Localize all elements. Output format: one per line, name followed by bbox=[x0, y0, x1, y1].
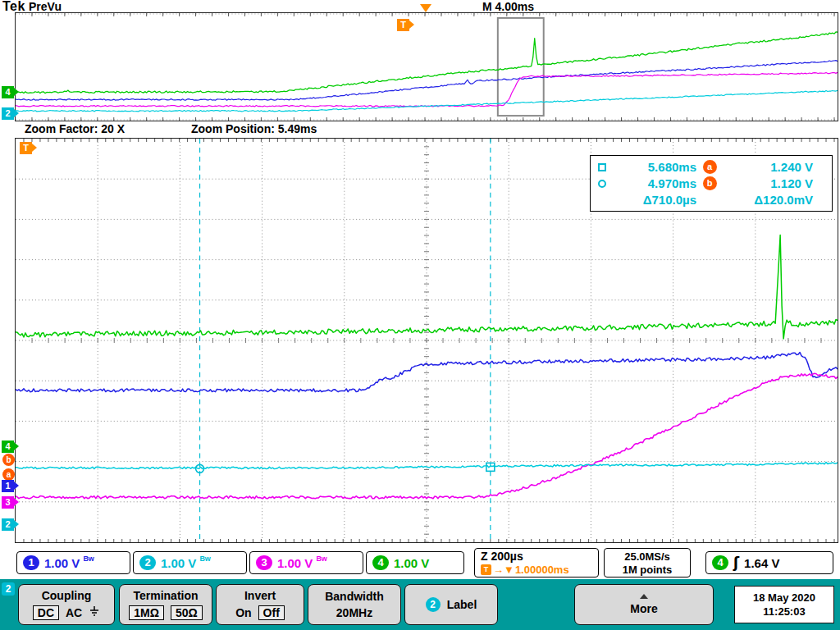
soft-menu-bar: Coupling DC AC Termination 1MΩ 50Ω Inver… bbox=[0, 579, 840, 630]
overview-waveform-window bbox=[15, 12, 838, 121]
label-ch2-badge: 2 bbox=[426, 597, 441, 612]
invert-off-option[interactable]: Off bbox=[258, 605, 285, 620]
ch2-badge: 2 bbox=[139, 555, 156, 570]
datetime-box: 18 May 2020 11:25:03 bbox=[734, 586, 834, 623]
ch4-scale: 1.00 V bbox=[394, 556, 429, 570]
invert-button[interactable]: Invert On Off bbox=[216, 584, 304, 625]
coupling-ground-icon[interactable] bbox=[89, 606, 100, 619]
termination-title: Termination bbox=[133, 589, 198, 602]
cursor-b-marker[interactable]: b bbox=[2, 454, 15, 466]
termination-1m-option[interactable]: 1MΩ bbox=[129, 605, 164, 620]
zoom-timebase-box: Z 200µs T →▼ 1.00000ms bbox=[474, 548, 599, 578]
zoomed-waveform-window: 5.680ms a 1.240 V 4.970ms b 1.120 V Δ710… bbox=[15, 138, 838, 543]
time-text: 11:25:03 bbox=[763, 605, 805, 618]
cursor-readout-panel: 5.680ms a 1.240 V 4.970ms b 1.120 V Δ710… bbox=[590, 155, 833, 212]
more-up-arrow-icon bbox=[640, 594, 648, 599]
record-length: 1M points bbox=[623, 564, 673, 576]
ch2-scale: 1.00 V bbox=[161, 556, 196, 570]
delta-voltage: Δ120.0mV bbox=[723, 193, 813, 207]
ch1-level-marker[interactable]: 1 bbox=[2, 480, 14, 492]
date-text: 18 May 2020 bbox=[753, 591, 815, 604]
scope-screen: Tek PreVu M 4.00ms T 4 2 Zoom Factor: 20… bbox=[0, 0, 840, 630]
coupling-ac-option[interactable]: AC bbox=[66, 606, 82, 619]
trigger-level: 1.64 V bbox=[744, 556, 779, 570]
cursor2-circle-icon bbox=[598, 180, 606, 188]
ch2-level-marker[interactable]: 2 bbox=[2, 518, 14, 531]
termination-50-option[interactable]: 50Ω bbox=[171, 605, 203, 620]
trigger-position-arrow-icon[interactable] bbox=[420, 4, 431, 12]
timebase-readout: M 4.00ms bbox=[482, 0, 534, 13]
trigger-delay-arrow-icon: →▼ bbox=[493, 564, 514, 576]
cursor1-time: 5.680ms bbox=[614, 160, 696, 174]
ch3-bandwidth-indicator: Bw bbox=[316, 555, 327, 563]
cursor-a-badge: a bbox=[703, 160, 717, 174]
ch4-level-marker[interactable]: 4 bbox=[2, 441, 14, 453]
zoom-scale-z-label: Z bbox=[481, 550, 488, 563]
ch3-level-marker[interactable]: 3 bbox=[2, 496, 14, 509]
coupling-button[interactable]: Coupling DC AC bbox=[18, 584, 115, 625]
trigger-delay-t-icon: T bbox=[481, 564, 491, 575]
more-text: More bbox=[630, 602, 657, 615]
trigger-slope-icon: ʃ bbox=[733, 555, 739, 571]
trigger-source-badge: 4 bbox=[712, 555, 728, 570]
trigger-flag-overview[interactable]: T bbox=[397, 19, 409, 31]
ch2-bandwidth-indicator: Bw bbox=[199, 555, 211, 563]
bandwidth-button[interactable]: Bandwidth 20MHz bbox=[308, 584, 401, 625]
ch4-overview-marker[interactable]: 4 bbox=[2, 86, 14, 98]
ch4-badge: 4 bbox=[372, 555, 389, 570]
zoom-position-label: Zoom Position: 5.49ms bbox=[191, 122, 317, 135]
ch4-scale-readout[interactable]: 4 1.00 V bbox=[366, 551, 464, 574]
acquisition-status: PreVu bbox=[29, 0, 62, 13]
ch1-badge: 1 bbox=[23, 555, 39, 570]
ch2-scale-readout[interactable]: 2 1.00 V Bw bbox=[133, 551, 247, 574]
termination-button[interactable]: Termination 1MΩ 50Ω bbox=[119, 584, 212, 625]
coupling-dc-option[interactable]: DC bbox=[33, 605, 59, 620]
trigger-delay-value: 1.00000ms bbox=[515, 564, 569, 576]
zoom-scale-value: 200µs bbox=[491, 550, 523, 563]
cursor-b-voltage: 1.120 V bbox=[723, 176, 813, 190]
coupling-title: Coupling bbox=[42, 589, 92, 602]
invert-title: Invert bbox=[244, 589, 276, 602]
cursor1-square-icon bbox=[598, 163, 606, 171]
bandwidth-title: Bandwidth bbox=[325, 590, 384, 603]
cursor-a-marker[interactable]: a bbox=[2, 468, 15, 481]
invert-on-option[interactable]: On bbox=[235, 606, 251, 619]
overview-waveforms bbox=[16, 13, 838, 121]
delta-row-spacer bbox=[598, 196, 606, 204]
more-button[interactable]: More bbox=[574, 584, 714, 625]
label-text: Label bbox=[447, 598, 477, 611]
cursor-b-badge: b bbox=[703, 176, 717, 190]
ch2-overview-marker[interactable]: 2 bbox=[2, 107, 14, 120]
trigger-flag-main[interactable]: T bbox=[20, 142, 32, 154]
ch3-scale: 1.00 V bbox=[277, 556, 313, 570]
trigger-info-box: 4 ʃ 1.64 V bbox=[705, 551, 833, 574]
cursor-a-voltage: 1.240 V bbox=[723, 160, 813, 174]
ch1-scale: 1.00 V bbox=[44, 556, 80, 570]
delta-time: Δ710.0µs bbox=[614, 193, 696, 207]
ch3-badge: 3 bbox=[256, 555, 272, 570]
ch1-bandwidth-indicator: Bw bbox=[83, 555, 94, 563]
ch3-scale-readout[interactable]: 3 1.00 V Bw bbox=[249, 551, 363, 574]
bandwidth-value: 20MHz bbox=[336, 606, 372, 619]
ch2-menu-corner-badge: 2 bbox=[2, 582, 15, 596]
zoom-factor-label: Zoom Factor: 20 X bbox=[25, 122, 125, 135]
ch1-scale-readout[interactable]: 1 1.00 V Bw bbox=[16, 551, 130, 574]
cursor2-time: 4.970ms bbox=[614, 176, 696, 190]
label-button[interactable]: 2 Label bbox=[404, 584, 498, 625]
sample-rate: 25.0MS/s bbox=[624, 550, 670, 563]
acquisition-info-box: 25.0MS/s 1M points bbox=[604, 548, 691, 578]
